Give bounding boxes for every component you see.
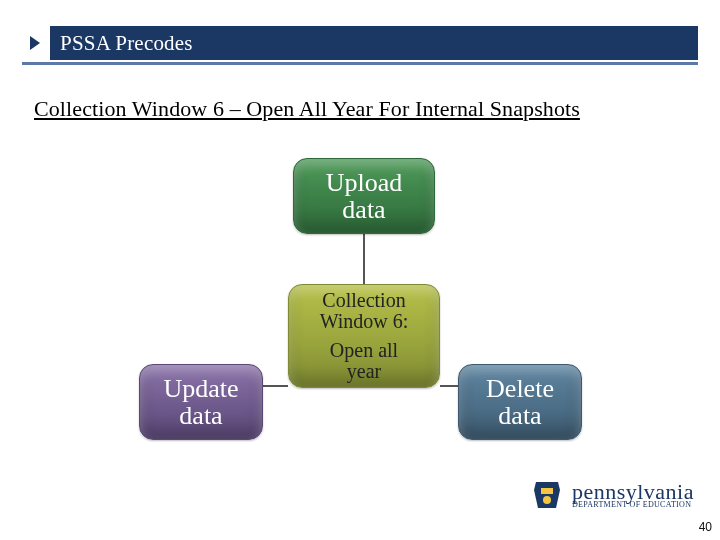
header-bar: PSSA Precodes [22, 26, 698, 60]
header-underline [22, 62, 698, 65]
node-upload-data: Upload data [293, 158, 435, 234]
connector-line [363, 234, 365, 284]
diagram: Upload data Collection Window 6: Open al… [0, 150, 720, 470]
svg-rect-1 [541, 488, 553, 494]
slide-subtitle: Collection Window 6 – Open All Year For … [34, 96, 580, 122]
brand-logo: pennsylvania DEPARTMENT OF EDUCATION [530, 478, 694, 512]
brand-subtitle: DEPARTMENT OF EDUCATION [572, 501, 694, 508]
node-text: Update [163, 375, 238, 402]
node-text: Collection Window 6: [320, 290, 409, 332]
node-text: data [498, 402, 541, 429]
node-text: Delete [486, 375, 554, 402]
node-text: data [179, 402, 222, 429]
node-update-data: Update data [139, 364, 263, 440]
node-text: Upload [326, 169, 403, 196]
connector-line [440, 385, 458, 387]
node-text: data [342, 196, 385, 223]
svg-point-2 [543, 496, 551, 504]
node-collection-window: Collection Window 6: Open all year [288, 284, 440, 388]
page-number: 40 [699, 520, 712, 534]
node-text: Open all year [330, 340, 398, 382]
keystone-icon [530, 478, 564, 512]
connector-line [263, 385, 288, 387]
header-title: PSSA Precodes [50, 31, 193, 56]
brand-word: pennsylvania [572, 482, 694, 502]
node-delete-data: Delete data [458, 364, 582, 440]
svg-marker-0 [30, 36, 40, 50]
header-chevron-icon [22, 26, 50, 60]
brand-text: pennsylvania DEPARTMENT OF EDUCATION [572, 482, 694, 509]
